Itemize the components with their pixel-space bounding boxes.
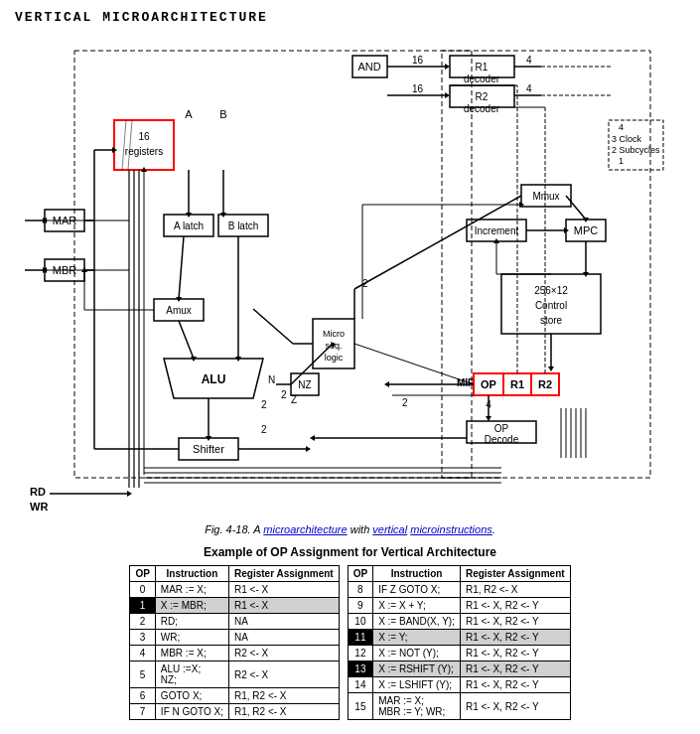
svg-text:2: 2 bbox=[261, 424, 267, 435]
left-op-table: OP Instruction Register Assignment 0MAR … bbox=[129, 565, 339, 720]
table-row: 2RD;NA bbox=[130, 614, 339, 630]
svg-text:Shifter: Shifter bbox=[193, 443, 224, 455]
register-cell: R1 <- X, R2 <- Y bbox=[460, 598, 570, 614]
right-col-op: OP bbox=[348, 566, 372, 582]
svg-text:2: 2 bbox=[261, 399, 267, 410]
diagram-title: VERTICAL MICROARCHITECTURE bbox=[15, 10, 685, 25]
register-cell: R1 <- X, R2 <- Y bbox=[460, 661, 570, 677]
register-cell: R1 <- X, R2 <- Y bbox=[460, 646, 570, 661]
instruction-cell: X := NOT (Y); bbox=[373, 646, 461, 661]
left-col-instruction: Instruction bbox=[155, 566, 228, 582]
right-col-instruction: Instruction bbox=[373, 566, 461, 582]
right-col-register: Register Assignment bbox=[460, 566, 570, 582]
svg-text:N: N bbox=[268, 374, 275, 385]
op-cell: 7 bbox=[130, 704, 155, 720]
svg-text:registers: registers bbox=[125, 146, 163, 157]
svg-text:B latch: B latch bbox=[228, 220, 259, 231]
svg-text:3 Clock: 3 Clock bbox=[612, 134, 642, 144]
op-cell: 9 bbox=[348, 598, 372, 614]
instruction-cell: X := LSHIFT (Y); bbox=[373, 677, 461, 693]
svg-text:2 Subcycles: 2 Subcycles bbox=[612, 145, 660, 155]
instruction-cell: X := X + Y; bbox=[373, 598, 461, 614]
op-cell: 10 bbox=[348, 614, 372, 630]
instruction-cell: X := BAND(X, Y); bbox=[373, 614, 461, 630]
svg-text:Control: Control bbox=[535, 300, 567, 311]
register-cell: R1, R2 <- X bbox=[229, 704, 340, 720]
svg-text:Micro: Micro bbox=[323, 329, 345, 339]
svg-text:R2: R2 bbox=[476, 91, 489, 102]
op-cell: 5 bbox=[130, 661, 155, 688]
op-cell: 12 bbox=[348, 646, 372, 661]
svg-text:A: A bbox=[185, 108, 193, 120]
op-cell: 6 bbox=[130, 688, 155, 704]
caption-link-microinstructions[interactable]: microinstructions bbox=[410, 523, 492, 535]
register-cell: R2 <- X bbox=[229, 661, 340, 688]
caption-link-microarchitecture[interactable]: microarchitecture bbox=[263, 523, 347, 535]
op-cell: 13 bbox=[348, 661, 372, 677]
op-cell: 11 bbox=[348, 630, 372, 646]
svg-text:2: 2 bbox=[362, 278, 368, 289]
svg-text:Mmux: Mmux bbox=[532, 191, 559, 202]
op-tables-wrapper: OP Instruction Register Assignment 0MAR … bbox=[15, 565, 685, 720]
svg-text:B: B bbox=[219, 108, 226, 120]
register-cell: R1 <- X, R2 <- Y bbox=[460, 614, 570, 630]
op-cell: 0 bbox=[130, 582, 155, 598]
table-row: 4MBR := X;R2 <- X bbox=[130, 646, 339, 661]
instruction-cell: WR; bbox=[155, 630, 228, 646]
register-cell: R1, R2 <- X bbox=[460, 582, 570, 598]
instruction-cell: X := MBR; bbox=[155, 598, 228, 614]
svg-text:Increment: Increment bbox=[475, 225, 519, 236]
op-cell: 3 bbox=[130, 630, 155, 646]
instruction-cell: MBR := X; bbox=[155, 646, 228, 661]
svg-text:16: 16 bbox=[138, 131, 150, 142]
diagram-svg: MAR MBR 16 registers bbox=[15, 31, 685, 517]
table-row: 8IF Z GOTO X;R1, R2 <- X bbox=[348, 582, 570, 598]
svg-text:256×12: 256×12 bbox=[534, 285, 568, 296]
op-cell: 14 bbox=[348, 677, 372, 693]
left-col-register: Register Assignment bbox=[229, 566, 340, 582]
svg-text:decoder: decoder bbox=[464, 103, 500, 114]
figure-caption: Fig. 4-18. A microarchitecture with vert… bbox=[15, 523, 685, 535]
right-op-table: OP Instruction Register Assignment 8IF Z… bbox=[348, 565, 571, 720]
register-cell: R1 <- X, R2 <- Y bbox=[460, 677, 570, 693]
diagram-container: MAR MBR 16 registers bbox=[15, 31, 685, 535]
register-cell: NA bbox=[229, 630, 340, 646]
svg-text:MPC: MPC bbox=[574, 224, 599, 236]
table-row: 1X := MBR;R1 <- X bbox=[130, 598, 339, 614]
op-cell: 8 bbox=[348, 582, 372, 598]
table-row: 11X := Y;R1 <- X, R2 <- Y bbox=[348, 630, 570, 646]
svg-text:4: 4 bbox=[526, 55, 532, 66]
register-cell: R1 <- X, R2 <- Y bbox=[460, 693, 570, 720]
table-row: 12X := NOT (Y);R1 <- X, R2 <- Y bbox=[348, 646, 570, 661]
op-cell: 2 bbox=[130, 614, 155, 630]
op-cell: 15 bbox=[348, 693, 372, 720]
table-row: 5ALU :=X; NZ;R2 <- X bbox=[130, 661, 339, 688]
svg-text:4: 4 bbox=[526, 83, 532, 94]
svg-text:WR: WR bbox=[30, 501, 48, 513]
svg-text:AND: AND bbox=[357, 61, 380, 73]
table-row: 0MAR := X;R1 <- X bbox=[130, 582, 339, 598]
instruction-cell: MAR := X; bbox=[155, 582, 228, 598]
svg-text:logic: logic bbox=[325, 353, 344, 363]
instruction-cell: MAR := X; MBR := Y; WR; bbox=[373, 693, 461, 720]
svg-text:16: 16 bbox=[412, 83, 424, 94]
svg-text:OP: OP bbox=[494, 423, 509, 434]
instruction-cell: GOTO X; bbox=[155, 688, 228, 704]
table-row: 10X := BAND(X, Y);R1 <- X, R2 <- Y bbox=[348, 614, 570, 630]
op-cell: 1 bbox=[130, 598, 155, 614]
table-title: Example of OP Assignment for Vertical Ar… bbox=[15, 545, 685, 559]
register-cell: R1 <- X bbox=[229, 582, 340, 598]
instruction-cell: IF Z GOTO X; bbox=[373, 582, 461, 598]
register-cell: R1 <- X, R2 <- Y bbox=[460, 630, 570, 646]
svg-text:4: 4 bbox=[619, 122, 624, 132]
instruction-cell: ALU :=X; NZ; bbox=[155, 661, 228, 688]
caption-link-vertical[interactable]: vertical bbox=[372, 523, 407, 535]
svg-text:Decode: Decode bbox=[485, 434, 519, 445]
page: VERTICAL MICROARCHITECTURE MAR bbox=[0, 0, 700, 730]
svg-text:R1: R1 bbox=[476, 62, 489, 73]
table-row: 9X := X + Y;R1 <- X, R2 <- Y bbox=[348, 598, 570, 614]
svg-text:RD: RD bbox=[30, 486, 46, 498]
register-cell: R1 <- X bbox=[229, 598, 340, 614]
svg-text:R2: R2 bbox=[538, 378, 552, 390]
svg-text:decoder: decoder bbox=[464, 73, 500, 84]
